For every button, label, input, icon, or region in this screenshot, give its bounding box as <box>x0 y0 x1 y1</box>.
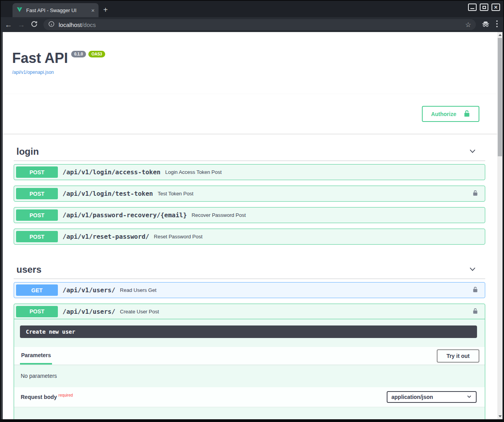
required-label: required <box>57 393 73 397</box>
authorize-button[interactable]: Authorize <box>422 106 479 122</box>
scroll-down-arrow[interactable] <box>499 415 502 417</box>
tab-parameters[interactable]: Parameters <box>20 347 52 365</box>
operation-summary[interactable]: POST /api/v1/reset-password/ Reset Passw… <box>14 229 485 244</box>
parameters-header: Parameters Try it out <box>14 347 485 365</box>
opblock: POST /api/v1/login/access-token Login Ac… <box>14 164 485 180</box>
op-path: /api/v1/login/test-token <box>63 190 153 197</box>
op-summary: Login Access Token Post <box>165 169 221 175</box>
op-path: /api/v1/password-recovery/{email} <box>63 211 187 219</box>
request-body-label: Request body <box>21 394 57 400</box>
operation-description: Create new user <box>20 325 477 338</box>
op-summary: Create User Post <box>120 309 159 315</box>
method-badge: POST <box>16 231 58 242</box>
window-minimize-button[interactable] <box>468 4 477 11</box>
lock-icon[interactable] <box>472 286 478 295</box>
new-tab-button[interactable]: + <box>103 6 108 14</box>
try-it-out-button[interactable]: Try it out <box>437 349 479 363</box>
unlock-icon <box>463 109 470 118</box>
op-summary: Reset Password Post <box>154 234 203 240</box>
no-parameters-text: No parameters <box>14 365 485 387</box>
operation-summary[interactable]: GET /api/v1/users/ Read Users Get <box>14 283 485 298</box>
window-close-button[interactable]: ✕ <box>491 4 500 11</box>
opblock: POST /api/v1/login/test-token Test Token… <box>14 186 485 202</box>
op-path: /api/v1/users/ <box>63 308 115 315</box>
section-title: users <box>16 264 41 275</box>
site-info-icon[interactable] <box>48 21 55 29</box>
browser-titlebar: Fast API - Swagger UI × + ✕ <box>1 1 503 17</box>
lock-icon[interactable] <box>472 189 478 198</box>
opblock: GET /api/v1/users/ Read Users Get <box>14 282 485 298</box>
section-operations: POST /api/v1/login/access-token Login Ac… <box>14 164 485 259</box>
address-bar[interactable]: localhost/docs ☆ <box>43 19 476 30</box>
section-header[interactable]: login <box>14 141 485 161</box>
incognito-icon <box>481 20 490 30</box>
op-path: /api/v1/users/ <box>63 286 115 294</box>
opblock: POST /api/v1/reset-password/ Reset Passw… <box>14 229 485 245</box>
op-path: /api/v1/reset-password/ <box>63 233 149 240</box>
method-badge: POST <box>16 209 58 221</box>
bookmark-star-icon[interactable]: ☆ <box>465 21 471 29</box>
browser-toolbar: ← → localhost/docs ☆ <box>1 17 503 32</box>
operation-summary[interactable]: POST /api/v1/users/ Create User Post <box>14 304 485 319</box>
lock-icon[interactable] <box>472 307 478 316</box>
op-summary: Recover Password Post <box>192 212 246 218</box>
scroll-up-arrow[interactable] <box>499 34 502 36</box>
favicon-icon <box>16 6 23 14</box>
tab-close-icon[interactable]: × <box>91 7 95 14</box>
section-operations: GET /api/v1/users/ Read Users Get POST /… <box>14 282 485 419</box>
forward-icon[interactable]: → <box>18 21 25 29</box>
oas3-badge: OAS3 <box>88 51 105 57</box>
scrollbar-thumb[interactable] <box>498 38 502 156</box>
window-maximize-button[interactable] <box>480 4 488 11</box>
window-frame: Fast API 0.1.0 OAS3 /api/v1/openapi.json… <box>1 32 503 419</box>
operation-summary[interactable]: POST /api/v1/password-recovery/{email} R… <box>14 207 485 223</box>
operation-summary[interactable]: POST /api/v1/login/test-token Test Token… <box>14 186 485 201</box>
api-sections: login POST /api/v1/login/access-token Lo… <box>3 134 497 419</box>
select-chevron-icon <box>466 394 472 401</box>
page-title: Fast API <box>12 50 68 66</box>
request-body-header: Request bodyrequired application/json <box>14 387 485 407</box>
method-badge: POST <box>16 306 58 317</box>
api-section: login POST /api/v1/login/access-token Lo… <box>14 141 485 259</box>
section-header[interactable]: users <box>14 259 485 279</box>
openapi-spec-link[interactable]: /api/v1/openapi.json <box>12 70 54 75</box>
browser-tab[interactable]: Fast API - Swagger UI × <box>13 3 99 17</box>
operation-body: Create new user Parameters Try it out No… <box>14 325 485 419</box>
op-summary: Test Token Post <box>158 191 194 197</box>
chevron-down-icon[interactable] <box>468 147 477 157</box>
tab-title: Fast API - Swagger UI <box>26 7 88 13</box>
method-badge: GET <box>16 284 58 296</box>
back-icon[interactable]: ← <box>5 21 12 29</box>
reload-icon[interactable] <box>30 20 38 29</box>
opblock: POST /api/v1/password-recovery/{email} R… <box>14 207 485 223</box>
section-title: login <box>16 146 39 157</box>
opblock: POST /api/v1/users/ Create User Post Cre… <box>14 304 485 419</box>
page-scrollbar[interactable] <box>497 32 502 419</box>
op-path: /api/v1/login/access-token <box>63 168 160 176</box>
chevron-down-icon[interactable] <box>468 265 477 275</box>
version-badge: 0.1.0 <box>71 51 86 57</box>
url-text[interactable]: localhost/docs <box>59 21 96 28</box>
method-badge: POST <box>16 166 58 178</box>
media-type-select[interactable]: application/json <box>387 391 477 403</box>
swagger-page: Fast API 0.1.0 OAS3 /api/v1/openapi.json… <box>3 32 497 419</box>
api-info: Fast API 0.1.0 OAS3 /api/v1/openapi.json <box>3 32 497 75</box>
operation-summary[interactable]: POST /api/v1/login/access-token Login Ac… <box>14 165 485 180</box>
browser-menu-icon[interactable] <box>496 20 498 29</box>
op-summary: Read Users Get <box>120 287 156 293</box>
api-section: users GET /api/v1/users/ Read Users Get <box>14 259 485 419</box>
scheme-container: Authorize <box>3 94 497 134</box>
method-badge: POST <box>16 188 58 199</box>
